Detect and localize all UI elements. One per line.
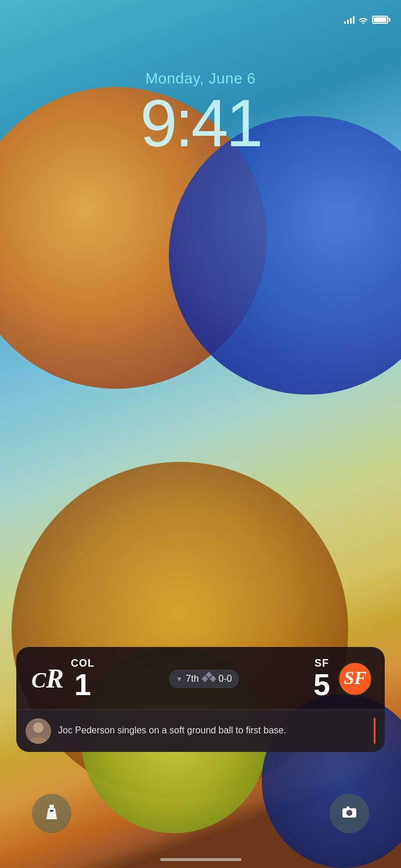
datetime-container: Monday, June 6 9:41 xyxy=(0,70,401,157)
player-avatar xyxy=(26,718,51,744)
signal-icon xyxy=(344,16,355,24)
time-display: 9:41 xyxy=(140,90,261,157)
bases-display xyxy=(203,672,215,685)
flashlight-button[interactable] xyxy=(32,794,71,833)
flashlight-icon xyxy=(44,804,59,823)
notification-text: Joc Pederson singles on a soft ground ba… xyxy=(58,724,367,737)
svg-point-4 xyxy=(33,722,44,733)
away-team: CR COL 1 xyxy=(28,657,95,700)
inning-number: 7th xyxy=(186,674,198,684)
home-indicator xyxy=(160,858,241,861)
away-team-info: COL 1 xyxy=(71,657,95,700)
sf-logo: SF xyxy=(337,661,373,697)
score-notification: Joc Pederson singles on a soft ground ba… xyxy=(16,710,385,752)
home-team: SF 5 SF xyxy=(313,657,373,700)
svg-rect-6 xyxy=(49,805,54,808)
svg-point-11 xyxy=(348,811,352,815)
score-main: CR COL 1 ▼ 7th xyxy=(16,647,385,709)
game-info: ▼ 7th 0-0 xyxy=(169,670,239,688)
date-display: Monday, June 6 xyxy=(145,70,255,88)
inning-direction: ▼ xyxy=(176,675,182,682)
game-count: 0-0 xyxy=(219,674,232,684)
status-icons xyxy=(344,16,391,24)
svg-rect-12 xyxy=(346,806,349,808)
home-team-info: SF 5 xyxy=(313,657,330,700)
inning-info: ▼ 7th 0-0 xyxy=(169,670,239,688)
notification-bar xyxy=(374,718,375,744)
svg-text:SF: SF xyxy=(344,667,366,688)
wifi-icon xyxy=(358,16,369,24)
score-widget[interactable]: CR COL 1 ▼ 7th xyxy=(16,647,385,752)
status-bar xyxy=(0,0,401,32)
col-logo: CR xyxy=(28,661,64,697)
home-team-score: 5 xyxy=(313,670,330,700)
bottom-controls xyxy=(0,794,401,833)
camera-button[interactable] xyxy=(330,794,369,833)
svg-rect-8 xyxy=(50,810,53,812)
inning-badge: ▼ 7th 0-0 xyxy=(169,670,239,688)
svg-text:CR: CR xyxy=(31,664,63,693)
battery-icon xyxy=(372,16,391,24)
away-team-score: 1 xyxy=(74,670,91,700)
svg-marker-7 xyxy=(46,808,57,819)
camera-icon xyxy=(342,805,357,822)
